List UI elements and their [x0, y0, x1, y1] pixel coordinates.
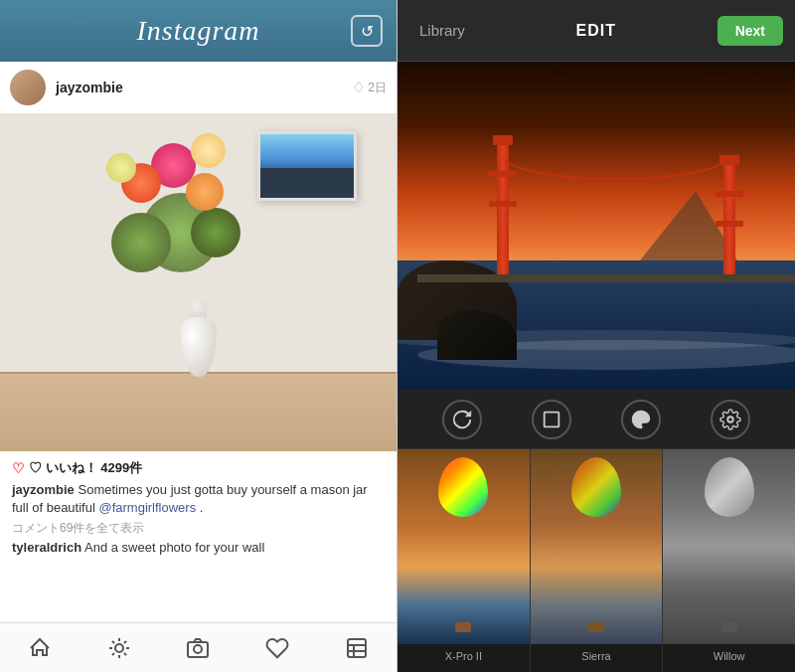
- caption-mention[interactable]: @farmgirlflowers: [98, 500, 196, 515]
- tab-library[interactable]: Library: [409, 16, 475, 45]
- camera-nav-button[interactable]: [184, 634, 212, 662]
- filter-thumb-sierra: [531, 449, 663, 644]
- svg-rect-15: [545, 412, 559, 426]
- filter-willow[interactable]: Willow: [663, 449, 795, 672]
- ig-header: Instagram ↺: [0, 0, 397, 62]
- caption-username[interactable]: jayzombie: [12, 482, 75, 497]
- caption-end: .: [200, 500, 204, 515]
- comment-username[interactable]: tyleraldrich: [12, 540, 81, 555]
- flowers: [91, 123, 270, 322]
- adjust-tool-button[interactable]: [621, 400, 661, 439]
- svg-line-6: [124, 652, 126, 654]
- edit-main-image: [398, 62, 795, 390]
- filter-thumb-willow: [663, 449, 795, 644]
- filter-label-xpro: X-Pro II: [445, 650, 482, 662]
- next-button[interactable]: Next: [717, 16, 783, 46]
- instagram-edit-panel: Library EDIT Next: [398, 0, 795, 672]
- filter-sierra[interactable]: Sierra: [531, 449, 664, 672]
- svg-point-20: [727, 417, 733, 422]
- post-actions: ♡ ♡ いいね！ 4299件 jayzombie Sometimes you j…: [0, 451, 397, 559]
- svg-rect-11: [348, 639, 366, 657]
- filters-row: X-Pro II Sierra Willow: [398, 449, 795, 672]
- svg-line-5: [112, 640, 114, 642]
- post-username[interactable]: jayzombie: [56, 80, 353, 95]
- rotate-tool-button[interactable]: [442, 400, 482, 439]
- home-nav-button[interactable]: [26, 634, 54, 662]
- filter-label-willow: Willow: [714, 650, 745, 662]
- view-comments-link[interactable]: コメント69件を全て表示: [12, 520, 385, 537]
- comment-text: And a sweet photo for your wall: [84, 540, 264, 555]
- crop-tool-button[interactable]: [532, 400, 571, 439]
- tab-edit: EDIT: [576, 22, 616, 40]
- ig-feed: jayzombie ♢ 2日: [0, 62, 397, 622]
- filter-thumb-xpro: [398, 449, 530, 644]
- post-timestamp: ♢ 2日: [353, 80, 387, 96]
- explore-nav-button[interactable]: [105, 634, 133, 662]
- svg-point-0: [115, 644, 123, 652]
- wall-painting: [257, 131, 357, 201]
- heart-icon: ♡: [12, 460, 25, 476]
- svg-point-16: [635, 418, 638, 420]
- filter-label-sierra: Sierra: [581, 650, 610, 662]
- filter-xpro[interactable]: X-Pro II: [398, 449, 531, 672]
- heart-nav-button[interactable]: [263, 634, 291, 662]
- likes-count: ♡ ♡ いいね！ 4299件: [12, 459, 385, 477]
- post-image: [0, 113, 397, 451]
- svg-point-17: [637, 414, 640, 417]
- profile-nav-button[interactable]: [343, 634, 371, 662]
- post-comment: tyleraldrich And a sweet photo for your …: [12, 540, 385, 555]
- svg-line-8: [124, 640, 126, 642]
- svg-point-18: [642, 414, 645, 417]
- settings-tool-button[interactable]: [711, 400, 750, 439]
- svg-point-19: [645, 418, 648, 420]
- edit-tools-bar: [398, 390, 795, 449]
- refresh-button[interactable]: ↺: [351, 15, 383, 47]
- post-header: jayzombie ♢ 2日: [0, 62, 397, 113]
- post-caption: jayzombie Sometimes you just gotta buy y…: [12, 481, 385, 517]
- bottom-nav: [0, 622, 397, 672]
- avatar[interactable]: [10, 70, 46, 105]
- vase: [181, 301, 217, 377]
- svg-point-10: [194, 645, 202, 653]
- edit-header: Library EDIT Next: [398, 0, 795, 62]
- ig-logo: Instagram: [136, 15, 259, 47]
- instagram-feed-panel: Instagram ↺ jayzombie ♢ 2日: [0, 0, 398, 672]
- svg-line-7: [112, 652, 114, 654]
- bridge-tower-right: [723, 161, 735, 280]
